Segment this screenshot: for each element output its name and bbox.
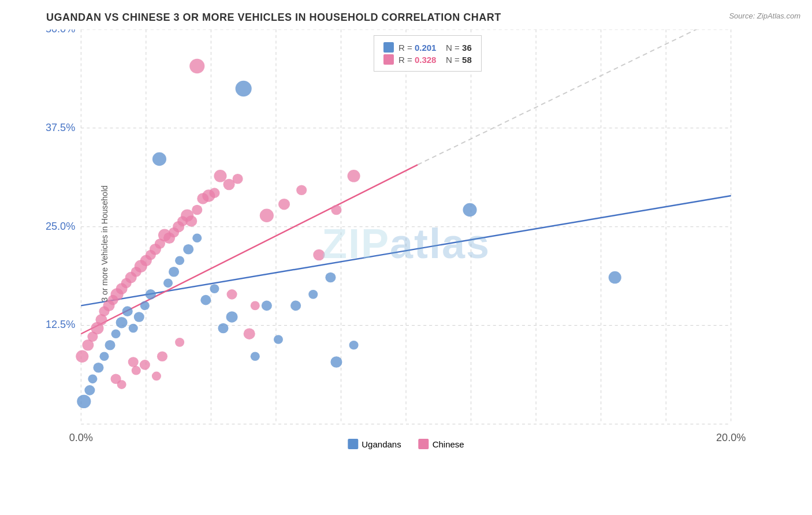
svg-point-25 bbox=[77, 395, 91, 408]
legend-label-chinese: Chinese bbox=[433, 439, 464, 449]
svg-point-100 bbox=[128, 357, 139, 367]
svg-point-31 bbox=[111, 329, 121, 338]
legend-box-chinese-bottom bbox=[419, 439, 429, 449]
chart-title: UGANDAN VS CHINESE 3 OR MORE VEHICLES IN… bbox=[46, 12, 766, 24]
legend-box-blue bbox=[383, 42, 394, 53]
legend-row-pink: R = 0.328 N = 58 bbox=[383, 54, 472, 65]
svg-point-88 bbox=[189, 59, 204, 73]
svg-text:37.5%: 37.5% bbox=[46, 122, 75, 133]
legend-r-blue: R = 0.201 N = 36 bbox=[398, 43, 472, 53]
svg-point-28 bbox=[93, 363, 103, 373]
svg-point-43 bbox=[192, 233, 202, 242]
svg-point-91 bbox=[233, 174, 243, 184]
legend-box-ugandans bbox=[348, 439, 358, 449]
source-label: Source: ZipAtlas.com bbox=[729, 12, 800, 20]
svg-point-42 bbox=[183, 244, 193, 255]
svg-point-89 bbox=[214, 170, 226, 182]
svg-point-47 bbox=[226, 311, 238, 323]
svg-point-84 bbox=[192, 205, 202, 215]
scatter-plot: 50.0% 37.5% 25.0% 12.5% 0.0% 20.0% bbox=[46, 29, 766, 458]
svg-point-107 bbox=[117, 380, 126, 389]
svg-point-57 bbox=[463, 203, 476, 217]
svg-text:12.5%: 12.5% bbox=[46, 319, 75, 331]
svg-point-108 bbox=[152, 372, 161, 381]
svg-text:25.0%: 25.0% bbox=[46, 221, 75, 232]
legend-r-pink: R = 0.328 N = 58 bbox=[398, 55, 472, 65]
svg-point-39 bbox=[163, 279, 173, 288]
svg-point-35 bbox=[134, 312, 144, 322]
svg-point-94 bbox=[278, 199, 290, 210]
legend-ugandans: Ugandans bbox=[348, 439, 401, 449]
svg-point-99 bbox=[251, 301, 260, 311]
svg-point-48 bbox=[236, 81, 252, 96]
svg-point-50 bbox=[262, 301, 272, 311]
svg-point-30 bbox=[105, 340, 115, 350]
svg-point-29 bbox=[99, 352, 109, 361]
svg-point-41 bbox=[175, 256, 184, 265]
svg-point-55 bbox=[349, 341, 359, 350]
chart-area: 3 or more Vehicles in Household R = 0.20… bbox=[46, 29, 766, 458]
svg-point-40 bbox=[169, 267, 179, 277]
svg-point-98 bbox=[348, 170, 360, 182]
svg-point-58 bbox=[609, 271, 621, 283]
svg-text:50.0%: 50.0% bbox=[46, 29, 75, 35]
svg-point-49 bbox=[251, 352, 260, 361]
svg-point-46 bbox=[218, 323, 228, 334]
legend-box-pink bbox=[383, 54, 394, 65]
legend-chinese: Chinese bbox=[419, 439, 464, 449]
svg-point-87 bbox=[209, 188, 219, 198]
svg-point-95 bbox=[296, 185, 307, 195]
svg-point-51 bbox=[274, 335, 283, 344]
svg-point-105 bbox=[132, 366, 141, 375]
svg-point-102 bbox=[157, 351, 167, 361]
svg-point-45 bbox=[210, 284, 219, 293]
legend-row-blue: R = 0.201 N = 36 bbox=[383, 42, 472, 53]
svg-point-26 bbox=[84, 385, 95, 395]
y-axis-label: 3 or more Vehicles in Household bbox=[100, 185, 109, 302]
svg-point-92 bbox=[244, 328, 255, 339]
legend-area: R = 0.201 N = 36 R = 0.328 N = 58 bbox=[374, 35, 482, 72]
svg-point-38 bbox=[152, 152, 166, 166]
svg-point-54 bbox=[325, 273, 336, 283]
svg-point-97 bbox=[331, 205, 341, 215]
svg-point-52 bbox=[290, 301, 301, 311]
svg-text:20.0%: 20.0% bbox=[716, 432, 746, 443]
chart-container: UGANDAN VS CHINESE 3 OR MORE VEHICLES IN… bbox=[0, 0, 812, 515]
svg-point-101 bbox=[140, 360, 150, 370]
svg-point-103 bbox=[175, 338, 184, 347]
svg-point-36 bbox=[140, 301, 150, 311]
svg-point-56 bbox=[330, 356, 342, 368]
svg-point-53 bbox=[308, 290, 318, 299]
svg-point-59 bbox=[76, 350, 88, 363]
svg-text:0.0%: 0.0% bbox=[69, 432, 93, 443]
svg-point-44 bbox=[200, 295, 211, 305]
svg-point-96 bbox=[313, 249, 325, 261]
svg-point-93 bbox=[260, 208, 274, 222]
svg-point-32 bbox=[116, 317, 128, 329]
svg-point-33 bbox=[122, 306, 133, 316]
bottom-legend: Ugandans Chinese bbox=[348, 439, 464, 449]
svg-point-37 bbox=[146, 289, 156, 300]
svg-point-83 bbox=[185, 215, 197, 227]
legend-label-ugandans: Ugandans bbox=[362, 439, 401, 449]
svg-point-34 bbox=[129, 324, 138, 333]
svg-point-27 bbox=[88, 375, 97, 384]
svg-point-104 bbox=[227, 289, 237, 300]
